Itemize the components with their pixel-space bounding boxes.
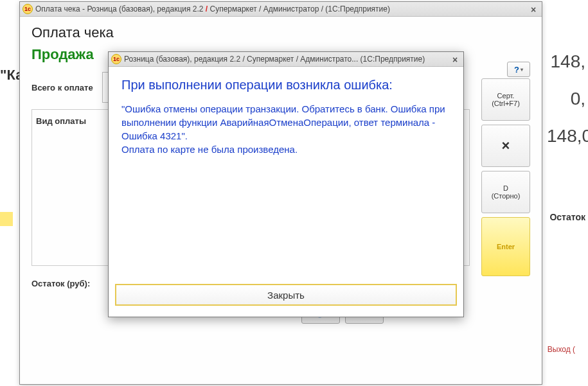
error-dialog-title: Розница (базовая), редакция 2.2 / Суперм… xyxy=(124,55,449,64)
storno-button[interactable]: D (Сторно) xyxy=(481,171,530,213)
bg-ostatok-label: Остаток xyxy=(549,212,585,222)
payment-window-title: Оплата чека - Розница (базовая), редакци… xyxy=(35,4,528,13)
payment-type-label: Вид оплаты xyxy=(36,116,107,126)
bg-amount-1: 148, xyxy=(547,51,585,72)
app-logo-icon: 1c xyxy=(111,54,121,64)
storno-label: D xyxy=(503,184,508,192)
close-dialog-button[interactable]: Закрыть xyxy=(115,284,457,306)
x-icon: × xyxy=(502,137,510,154)
remainder-label: Остаток (руб): xyxy=(31,279,102,288)
error-text: "Ошибка отмены операции транзакции. Обра… xyxy=(121,102,450,156)
enter-label: Enter xyxy=(497,243,515,250)
dropdown-icon: ▾ xyxy=(521,67,523,73)
bg-amount-2: 0, xyxy=(547,89,585,109)
certificate-button[interactable]: Серт. (Ctrl+F7) xyxy=(481,78,530,121)
bg-amount-3: 148,0 xyxy=(547,126,585,146)
cert-label: Серт. xyxy=(497,92,515,100)
side-buttons: Серт. (Ctrl+F7) × D (Сторно) Enter xyxy=(481,78,530,276)
error-dialog-titlebar[interactable]: 1c Розница (базовая), редакция 2.2 / Суп… xyxy=(109,52,463,67)
page-title: Оплата чека xyxy=(31,24,530,41)
error-line-1: "Ошибка отмены операции транзакции. Обра… xyxy=(121,103,445,141)
cancel-button[interactable]: × xyxy=(481,125,530,167)
storno-shortcut: (Сторно) xyxy=(492,192,521,200)
payment-window-titlebar[interactable]: 1c Оплата чека - Розница (базовая), реда… xyxy=(20,2,542,17)
close-icon[interactable]: × xyxy=(528,4,539,13)
app-logo-icon: 1c xyxy=(22,4,33,14)
dialog-title-prefix: Розница (базовая), редакция 2.2 / xyxy=(124,55,247,64)
title-suffix: Супермаркет / Администратор / (1С:Предпр… xyxy=(208,4,390,13)
cert-shortcut: (Ctrl+F7) xyxy=(492,100,520,107)
bg-highlight-row xyxy=(0,212,13,226)
help-icon: ? xyxy=(514,65,519,75)
bg-amounts: 148, 0, 148,0 xyxy=(547,51,585,163)
help-button[interactable]: ?▾ xyxy=(507,62,530,77)
error-dialog: 1c Розница (базовая), редакция 2.2 / Суп… xyxy=(108,51,464,317)
dialog-title-suffix: Супермаркет / Администрато... (1С:Предпр… xyxy=(247,55,425,64)
title-prefix: Оплата чека - Розница (базовая), редакци… xyxy=(35,4,206,13)
enter-button[interactable]: Enter xyxy=(481,217,530,276)
total-label: Всего к оплате xyxy=(31,83,102,92)
exit-link[interactable]: Выход ( xyxy=(548,345,575,354)
error-heading: При выполнении операции возникла ошибка: xyxy=(121,77,450,93)
error-line-2: Оплата по карте не была произведена. xyxy=(121,144,298,155)
close-icon[interactable]: × xyxy=(449,55,461,64)
